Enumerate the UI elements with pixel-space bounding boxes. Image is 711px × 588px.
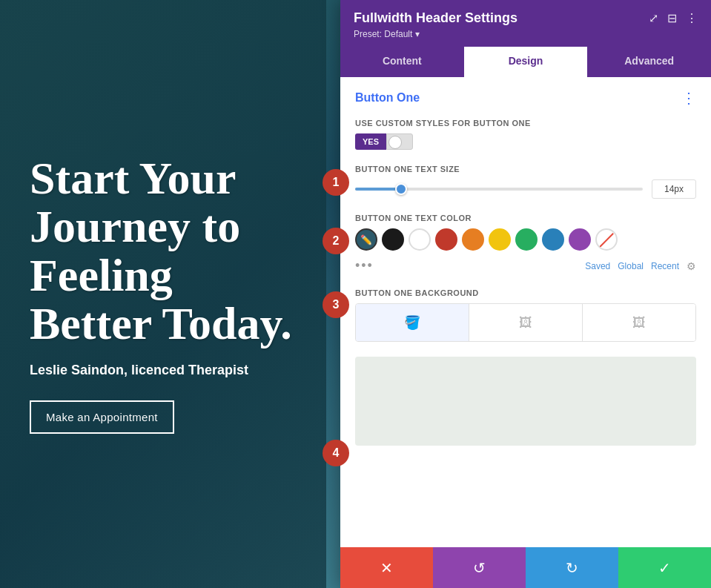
global-tab[interactable]: Global [618, 261, 644, 271]
text-color-row: Button One Text Color ✏️ ••• Saved [355, 214, 696, 274]
toggle-row: YES [355, 133, 696, 150]
more-icon[interactable]: ⋮ [686, 11, 698, 25]
color-tabs-row: ••• Saved Global Recent ⚙ [355, 258, 696, 274]
white-swatch[interactable] [409, 228, 431, 251]
panel-tabs: Content Design Advanced [340, 47, 711, 77]
bg-image-option[interactable]: 🖼 [583, 304, 695, 341]
slider-row: 14px [355, 179, 696, 199]
red-swatch[interactable] [435, 228, 457, 251]
redo-icon: ↻ [566, 559, 578, 577]
step-4-indicator: 4 [323, 440, 349, 466]
image-icon: 🖼 [632, 315, 646, 331]
appointment-button[interactable]: Make an Appointment [30, 400, 174, 434]
slider-value[interactable]: 14px [652, 179, 696, 199]
bg-label: Button One Background [355, 288, 696, 297]
panel-header-top: Fullwidth Header Settings ⤢ ⊟ ⋮ [354, 10, 698, 26]
no-color-swatch[interactable] [595, 228, 618, 251]
saved-tab[interactable]: Saved [585, 261, 610, 271]
step-2-indicator: 2 [323, 228, 349, 254]
settings-panel: Fullwidth Header Settings ⤢ ⊟ ⋮ Preset: … [340, 0, 711, 588]
purple-swatch[interactable] [569, 228, 591, 251]
toggle-yes-label: YES [355, 133, 386, 150]
yellow-swatch[interactable] [489, 228, 511, 251]
section-title: Button One [355, 91, 420, 105]
expand-icon[interactable]: ⤢ [649, 11, 658, 25]
layout-icon[interactable]: ⊟ [667, 11, 677, 25]
hero-subtitle: Leslie Saindon, licenced Therapist [30, 363, 297, 378]
slider-fill [355, 188, 398, 191]
toggle-switch[interactable] [386, 133, 413, 150]
gradient-icon: 🖼 [519, 315, 532, 331]
recent-tab[interactable]: Recent [651, 261, 679, 271]
redo-button[interactable]: ↻ [526, 547, 618, 588]
confirm-button[interactable]: ✓ [618, 547, 711, 588]
bg-gradient-option[interactable]: 🖼 [469, 304, 583, 341]
panel-header: Fullwidth Header Settings ⤢ ⊟ ⋮ Preset: … [340, 0, 711, 47]
panel-body: Button One ⋮ Use Custom Styles For Butto… [340, 77, 711, 547]
confirm-icon: ✓ [658, 559, 671, 577]
slider-track[interactable] [355, 188, 643, 191]
color-settings-icon[interactable]: ⚙ [687, 260, 696, 272]
preview-area [355, 357, 696, 446]
use-custom-row: Use Custom Styles For Button One YES [355, 119, 696, 150]
color-swatches: ✏️ [355, 228, 696, 251]
orange-swatch[interactable] [462, 228, 484, 251]
bg-row: Button One Background 🪣 🖼 🖼 [355, 288, 696, 342]
black-swatch[interactable] [382, 228, 404, 251]
panel-title: Fullwidth Header Settings [354, 10, 517, 26]
tab-content[interactable]: Content [340, 47, 464, 77]
panel-footer: ✕ ↺ ↻ ✓ [340, 547, 711, 588]
text-size-row: Button One Text Size 14px [355, 165, 696, 199]
cancel-button[interactable]: ✕ [340, 547, 433, 588]
green-swatch[interactable] [515, 228, 538, 251]
tab-advanced[interactable]: Advanced [587, 47, 711, 77]
section-more-button[interactable]: ⋮ [681, 90, 696, 105]
blue-swatch[interactable] [542, 228, 564, 251]
bg-options: 🪣 🖼 🖼 [355, 303, 696, 342]
eyedropper-swatch[interactable]: ✏️ [355, 228, 377, 251]
section-header: Button One ⋮ [355, 90, 696, 105]
color-dots: ••• [355, 258, 374, 274]
step-3-indicator: 3 [323, 291, 349, 318]
step-1-indicator: 1 [323, 169, 349, 196]
undo-icon: ↺ [473, 559, 486, 577]
panel-preset[interactable]: Preset: Default ▾ [354, 29, 698, 39]
bg-color-option[interactable]: 🪣 [356, 304, 469, 341]
eyedropper-icon: ✏️ [360, 234, 372, 245]
fill-icon: 🪣 [404, 314, 420, 331]
color-tab-links: Saved Global Recent ⚙ [585, 260, 696, 272]
slider-thumb[interactable] [395, 183, 407, 195]
panel-header-icons: ⤢ ⊟ ⋮ [649, 11, 698, 25]
use-custom-label: Use Custom Styles For Button One [355, 119, 696, 128]
hero-overlay: Start Your Journey to Feeling Better Tod… [0, 0, 326, 588]
hero-title: Start Your Journey to Feeling Better Tod… [30, 154, 297, 347]
text-size-label: Button One Text Size [355, 165, 696, 174]
text-color-label: Button One Text Color [355, 214, 696, 222]
undo-button[interactable]: ↺ [433, 547, 526, 588]
cancel-icon: ✕ [380, 559, 393, 577]
tab-design[interactable]: Design [464, 47, 588, 77]
